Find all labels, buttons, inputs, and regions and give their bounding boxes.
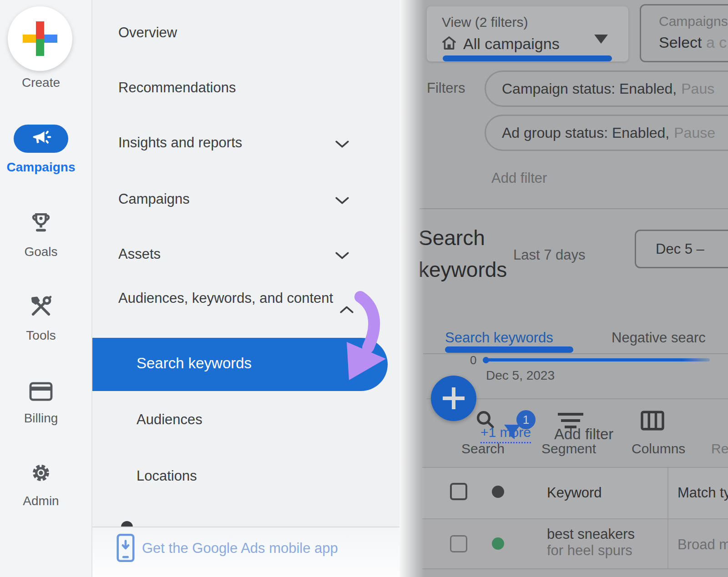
- nav-subitem-search-keywords-selected[interactable]: Search keywords: [92, 338, 388, 391]
- rail-item-admin[interactable]: [0, 460, 82, 486]
- rail-item-billing[interactable]: [0, 378, 82, 405]
- campaign-selector-label: Campaigns: [659, 14, 728, 29]
- date-preset-label: Last 7 days: [513, 247, 586, 263]
- status-dot-header: [492, 486, 504, 498]
- toolbar-columns-label[interactable]: Columns: [632, 441, 685, 457]
- chart-flat-line: [484, 358, 710, 361]
- view-selector-label: View (2 filters): [442, 15, 528, 30]
- campaigns-nav-menu: Overview Recommendations Insights and re…: [92, 0, 399, 577]
- menu-footer: Get the Google Ads mobile app: [92, 527, 399, 577]
- chevron-down-icon[interactable]: [334, 140, 350, 149]
- trophy-icon: [28, 210, 54, 236]
- panel-shadow-fade: [398, 0, 425, 577]
- table-column-divider: [667, 467, 668, 569]
- tools-icon: [28, 294, 54, 319]
- match-type-cell: Broad m: [677, 537, 728, 553]
- chevron-down-icon[interactable]: [334, 251, 350, 260]
- add-filter-link[interactable]: Add filter: [491, 170, 547, 186]
- tab-negative-search[interactable]: Negative searc: [612, 330, 706, 346]
- filter-chip-adgroup-status[interactable]: Ad group status: Enabled,Pause: [485, 115, 728, 151]
- rail-item-tools[interactable]: [0, 294, 82, 319]
- get-mobile-app-link[interactable]: Get the Google Ads mobile app: [142, 540, 338, 557]
- campaign-selector[interactable]: Campaigns Select a c: [640, 4, 728, 62]
- chevron-down-icon[interactable]: [334, 196, 350, 205]
- date-range-button[interactable]: Dec 5 –: [635, 230, 728, 268]
- columns-icon[interactable]: [640, 410, 665, 431]
- chart-x-tick: Dec 5, 2023: [486, 368, 555, 383]
- home-icon: [440, 34, 459, 53]
- gear-icon: [28, 460, 54, 486]
- credit-card-icon: [28, 378, 54, 405]
- column-header-keyword[interactable]: Keyword: [547, 485, 602, 501]
- toolbar-reports-label-partial[interactable]: Re: [711, 441, 728, 457]
- filters-label: Filters: [427, 80, 465, 96]
- select-all-checkbox[interactable]: [450, 483, 467, 500]
- active-tab-underline: [445, 346, 573, 353]
- tab-search-keywords[interactable]: Search keywords: [445, 330, 553, 346]
- rail-item-goals[interactable]: [0, 210, 82, 236]
- create-button[interactable]: [8, 6, 72, 71]
- column-header-match-type[interactable]: Match ty: [677, 485, 728, 501]
- campaign-selector-value: Select a c: [659, 34, 727, 51]
- create-label: Create: [0, 75, 82, 90]
- section-divider: [420, 208, 728, 209]
- chevron-up-icon[interactable]: [339, 305, 354, 314]
- rail-campaigns-label: Campaigns: [0, 160, 82, 175]
- megaphone-icon: [30, 128, 51, 149]
- keyword-cell-line1: best sneakers: [547, 526, 635, 542]
- status-dot-enabled: [492, 537, 504, 550]
- nav-item-insights-and-reports[interactable]: Insights and reports: [118, 135, 242, 151]
- nav-subitem-locations[interactable]: Locations: [136, 468, 197, 484]
- google-plus-icon: [23, 21, 57, 56]
- rail-item-campaigns[interactable]: [14, 125, 68, 153]
- toolbar-segment-label[interactable]: Segment: [541, 441, 596, 457]
- primary-nav-rail: Create Campaigns Goals: [0, 0, 92, 577]
- more-filters-link[interactable]: +1 more: [480, 425, 531, 443]
- rail-admin-label: Admin: [0, 494, 82, 508]
- nav-item-assets[interactable]: Assets: [118, 246, 161, 262]
- view-selector-underline: [443, 55, 612, 61]
- tabs-divider: [423, 353, 728, 354]
- filter-chip-campaign-status[interactable]: Campaign status: Enabled,Paus: [485, 70, 728, 107]
- table-bottom-border: [422, 568, 728, 569]
- add-filter-toolbar-link[interactable]: Add filter: [554, 426, 613, 443]
- add-keyword-fab[interactable]: [431, 376, 476, 421]
- rail-tools-label: Tools: [0, 328, 82, 343]
- nav-subitem-audiences[interactable]: Audiences: [136, 411, 202, 428]
- view-selector-value: All campaigns: [463, 35, 560, 53]
- nav-item-overview[interactable]: Overview: [118, 25, 177, 41]
- nav-item-recommendations[interactable]: Recommendations: [118, 80, 236, 96]
- nav-item-campaigns[interactable]: Campaigns: [118, 191, 190, 207]
- nav-item-audiences-keywords-content[interactable]: Audiences, keywords, and content: [118, 287, 346, 310]
- chart-y-tick: 0: [470, 353, 476, 367]
- google-ads-screen: View (2 filters) All campaigns Campaigns…: [0, 0, 728, 577]
- caret-down-icon: [594, 35, 608, 44]
- rail-billing-label: Billing: [0, 411, 82, 426]
- keyword-cell-line2: for heel spurs: [547, 542, 632, 559]
- mobile-app-phone-icon: [115, 533, 136, 563]
- row-checkbox[interactable]: [450, 535, 467, 552]
- view-selector[interactable]: View (2 filters) All campaigns: [426, 6, 629, 62]
- toolbar-search-label[interactable]: Search: [461, 441, 505, 457]
- rail-goals-label: Goals: [0, 245, 82, 259]
